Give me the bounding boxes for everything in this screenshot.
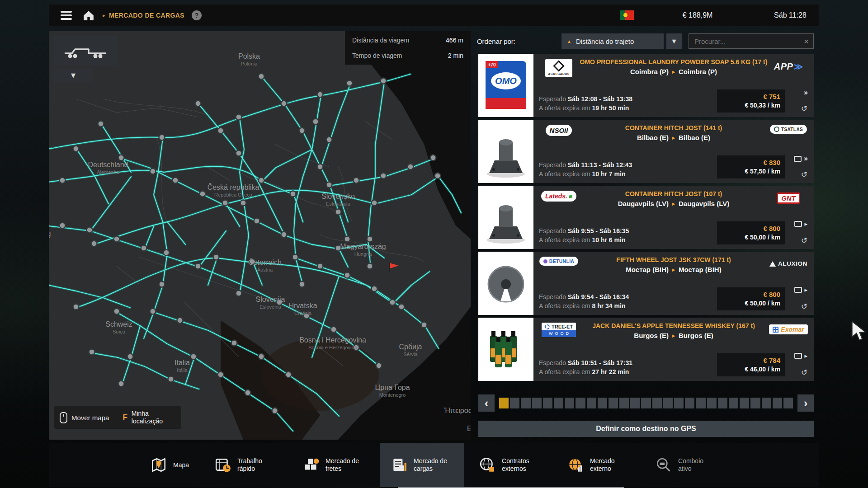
home-button[interactable] xyxy=(83,10,94,21)
cargo-offer-row[interactable]: BETUNLIA FIFTH WHEEL JOST JSK 37CW (171 … xyxy=(478,252,814,315)
betunlia-flower-icon xyxy=(543,259,547,263)
convoy-icon xyxy=(655,456,672,474)
pagination-next-button[interactable]: › xyxy=(797,394,814,412)
cargo-offer-row[interactable]: OMO +70 AGREGADOS O xyxy=(478,54,814,117)
route-from: Мостар (BIH) xyxy=(626,266,669,273)
pagination-page[interactable] xyxy=(510,398,519,408)
sort-ascending-icon: ▲ xyxy=(567,39,571,44)
receiver-logo: APP ≫ xyxy=(769,58,808,72)
offer-times: Esperado Sáb 12:08 - Sáb 13:38 A oferta … xyxy=(539,94,717,113)
trailer-return-icon: ↺ xyxy=(801,369,807,376)
route-to: Мостар (BIH) xyxy=(679,266,722,273)
pagination-page[interactable] xyxy=(729,398,738,408)
sort-select[interactable]: ▲ Distância do trajeto xyxy=(561,33,664,49)
route-arrow-icon: ▸ xyxy=(672,69,675,75)
trip-time-label: Tempo de viagem xyxy=(352,52,402,59)
pagination-page[interactable] xyxy=(609,398,618,408)
offer-times: Esperado Sáb 10:51 - Sáb 17:31 A oferta … xyxy=(539,358,717,376)
direction-arrow-icon: ▸ xyxy=(804,353,807,359)
trailer-return-icon: ↺ xyxy=(801,237,807,244)
help-button[interactable]: ? xyxy=(192,10,202,20)
nav-item-active-convoy[interactable]: Comboio ativo xyxy=(644,443,729,487)
freight-market-icon xyxy=(302,456,320,474)
cargo-class-icon xyxy=(794,353,802,359)
nav-item-external-market[interactable]: Mercado externo xyxy=(556,443,641,487)
cargo-offer-row[interactable]: NSOil CONTAINER HITCH JOST (141 t) Bilba… xyxy=(478,120,814,183)
express-chevrons-icon: » xyxy=(804,155,807,162)
cargo-thumbnail: OMO +70 xyxy=(478,54,533,117)
pagination-page[interactable] xyxy=(740,398,749,408)
lateds-leaf-icon xyxy=(569,195,572,198)
pagination-page[interactable] xyxy=(773,398,782,408)
top-bar: ▸ MERCADO DE CARGAS ? € 188,9M Sáb 11:28 xyxy=(49,5,819,26)
pagination-page[interactable] xyxy=(598,398,607,408)
search-input[interactable] xyxy=(693,37,804,46)
set-gps-destination-button[interactable]: Definir como destino no GPS xyxy=(478,421,814,437)
pagination-page[interactable] xyxy=(554,398,563,408)
pagination-page[interactable] xyxy=(630,398,640,408)
world-map[interactable]: PolskaPolóniaDeutschlandAlemanhaČeská re… xyxy=(49,31,471,440)
cargo-market-icon xyxy=(391,456,408,474)
offer-icons: » ↺ xyxy=(788,155,808,178)
pagination-page[interactable] xyxy=(565,398,574,408)
svg-text:+70: +70 xyxy=(488,62,496,67)
pagination-page[interactable] xyxy=(543,398,552,408)
pagination-page[interactable] xyxy=(576,398,585,408)
pagination-page[interactable] xyxy=(685,398,694,408)
nav-item-external-contracts[interactable]: Contratos externos xyxy=(468,443,552,487)
nav-item-freight-market[interactable]: Mercado de fretes xyxy=(292,443,376,487)
pagination-page[interactable] xyxy=(641,398,651,408)
cargo-offer-row[interactable]: TREE-ET WOOD JACK DANIEL'S APPLE TENNESS… xyxy=(478,318,814,381)
pagination-page[interactable] xyxy=(499,398,509,408)
cargo-route: Daugavpils (LV) ▸ Daugavpils (LV) xyxy=(618,200,730,207)
nav-item-quick-job[interactable]: Trabalho rápido xyxy=(203,443,288,487)
cargo-title: CONTAINER HITCH JOST (107 t) xyxy=(625,190,722,198)
cargo-offer-row[interactable]: Lateds. CONTAINER HITCH JOST (107 t) Dau… xyxy=(478,186,814,249)
pagination-page[interactable] xyxy=(783,398,793,408)
cargo-title: JACK DANIEL'S APPLE TENNESSEE WHISKEY (1… xyxy=(592,322,755,330)
pagination-page[interactable] xyxy=(762,398,771,408)
clear-search-icon[interactable]: × xyxy=(804,37,809,46)
pagination-page[interactable] xyxy=(521,398,530,408)
pagination-page[interactable] xyxy=(663,398,673,408)
home-icon xyxy=(83,10,94,21)
truck-selector-expand-button[interactable]: ▾ xyxy=(53,68,93,82)
aluxion-triangle-icon xyxy=(769,261,776,267)
offer-price: € 800 xyxy=(722,224,780,233)
offer-icons: ▸ ↺ xyxy=(788,221,808,244)
pagination-page[interactable] xyxy=(750,398,760,408)
breadcrumb-arrow-icon: ▸ xyxy=(103,12,105,19)
trailer-return-icon: ↺ xyxy=(801,105,807,113)
pagination-prev-button[interactable]: ‹ xyxy=(478,394,495,412)
trip-info-box: Distância da viagem 466 m Tempo de viage… xyxy=(345,31,471,65)
offer-price: € 784 xyxy=(722,356,780,365)
sort-dropdown-button[interactable]: ▾ xyxy=(666,33,682,49)
pagination-page[interactable] xyxy=(619,398,629,408)
truck-selector-button[interactable] xyxy=(53,36,118,66)
trailer-icon xyxy=(63,41,108,60)
route-arrow-icon: ▸ xyxy=(672,135,675,141)
pagination-page[interactable] xyxy=(674,398,684,408)
pagination-page[interactable] xyxy=(718,398,727,408)
receiver-logo: Exomar xyxy=(769,322,808,334)
route-from: Burgos (E) xyxy=(634,332,669,339)
price-box: € 751 € 50,33 / km xyxy=(717,89,785,113)
my-location-hint: F Minha localização xyxy=(123,410,173,425)
cargo-class-icon xyxy=(794,287,802,293)
pagination-page[interactable] xyxy=(696,398,705,408)
player-money: € 188,9M xyxy=(657,11,738,19)
offer-times: Esperado Sáb 9:55 - Sáb 16:35 A oferta e… xyxy=(539,226,717,244)
offer-price-per-km: € 50,33 / km xyxy=(722,101,780,110)
pagination-page[interactable] xyxy=(587,398,596,408)
map-hints: Mover mapa F Minha localização xyxy=(54,406,181,429)
nav-item-cargo-market[interactable]: Mercado de cargas xyxy=(380,443,464,487)
svg-text:OMO: OMO xyxy=(495,76,517,86)
portugal-flag-icon xyxy=(620,10,634,20)
pagination-page[interactable] xyxy=(532,398,542,408)
nav-item-map[interactable]: Mapa xyxy=(139,443,200,487)
external-market-icon xyxy=(567,456,584,474)
menu-icon[interactable] xyxy=(61,11,72,20)
pagination-page[interactable] xyxy=(652,398,662,408)
pagination-page[interactable] xyxy=(707,398,717,408)
trip-time-value: 2 min xyxy=(448,52,463,59)
